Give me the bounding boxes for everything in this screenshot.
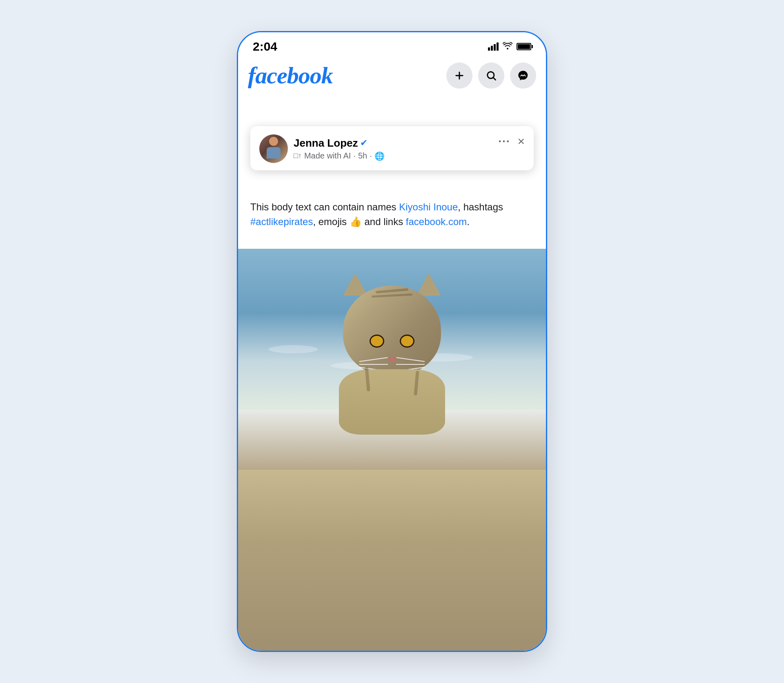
battery-icon — [517, 43, 531, 50]
post-actions: ··· × — [498, 134, 525, 148]
status-icons — [488, 42, 531, 51]
wifi-icon — [503, 42, 512, 51]
tagged-name-link[interactable]: Kiyoshi Inoue — [399, 201, 458, 212]
post-author-section: Jenna Lopez ✔ □↑ Made with AI · 5h · 🌐 — [259, 134, 385, 163]
ai-label: Made with AI — [304, 151, 351, 161]
post-text-middle2: , emojis 👍 and links — [313, 216, 405, 227]
more-options-button[interactable]: ··· — [498, 135, 510, 148]
author-name-row: Jenna Lopez ✔ — [294, 137, 385, 150]
cat-eye-left — [370, 335, 384, 348]
status-time: 2:04 — [253, 40, 277, 54]
phone-frame: 2:04 f — [237, 31, 547, 652]
audience-icon: 🌐 — [374, 151, 385, 161]
messenger-button[interactable] — [510, 62, 536, 89]
signal-bar-4 — [497, 42, 499, 51]
cat-body — [339, 369, 445, 435]
meta-separator-1: · — [353, 151, 356, 161]
post-header: Jenna Lopez ✔ □↑ Made with AI · 5h · 🌐 ·… — [259, 134, 525, 163]
ai-label-icon: □↑ — [294, 152, 302, 160]
post-meta: □↑ Made with AI · 5h · 🌐 — [294, 151, 385, 161]
post-time: 5h — [358, 151, 367, 161]
author-avatar[interactable] — [259, 134, 288, 163]
meta-separator-2: · — [370, 151, 372, 161]
post-overlay-card: Jenna Lopez ✔ □↑ Made with AI · 5h · 🌐 ·… — [250, 126, 534, 170]
avatar-head — [269, 137, 278, 146]
verified-badge: ✔ — [360, 138, 368, 148]
cat-head — [343, 286, 441, 375]
cat-eye-right — [400, 335, 414, 348]
avatar-body — [267, 147, 281, 158]
header-icons — [446, 62, 536, 89]
post-text-prefix: This body text can contain names — [250, 201, 399, 212]
close-button[interactable]: × — [517, 134, 525, 148]
cat-drawing — [327, 269, 457, 424]
whisker-left-1 — [359, 357, 388, 362]
wave-1 — [269, 345, 318, 353]
status-bar: 2:04 — [238, 32, 546, 58]
author-name[interactable]: Jenna Lopez — [294, 137, 358, 150]
whisker-right-2 — [396, 364, 425, 365]
cat-ear-left — [343, 273, 368, 296]
website-link[interactable]: facebook.com — [406, 216, 467, 227]
facebook-header: facebook — [238, 58, 546, 96]
cat-image — [238, 249, 546, 651]
whisker-right-1 — [396, 357, 425, 362]
signal-bar-2 — [491, 46, 493, 51]
signal-icon — [488, 42, 499, 51]
cat-nose — [388, 357, 396, 362]
post-text-suffix: . — [467, 216, 470, 227]
signal-bar-1 — [488, 47, 490, 51]
signal-bar-3 — [494, 44, 496, 51]
author-info: Jenna Lopez ✔ □↑ Made with AI · 5h · 🌐 — [294, 137, 385, 161]
facebook-logo: facebook — [248, 62, 333, 89]
post-text-middle: , hashtags — [458, 201, 503, 212]
post-body: This body text can contain names Kiyoshi… — [250, 200, 534, 229]
search-button[interactable] — [478, 62, 504, 89]
post-content-area: This body text can contain names Kiyoshi… — [238, 192, 546, 237]
cat-stripe-mid — [372, 293, 412, 297]
battery-fill — [518, 44, 530, 49]
cat-ear-right — [416, 273, 441, 296]
cat-stripe-top — [376, 288, 408, 294]
cat-image-section — [238, 249, 546, 651]
cat-body-stripe-1 — [365, 367, 370, 391]
cat-body-stripe-2 — [414, 371, 419, 395]
svg-line-3 — [493, 78, 495, 80]
hashtag-link[interactable]: #actlikepirates — [250, 216, 313, 227]
sandy-ground — [238, 470, 546, 651]
add-button[interactable] — [446, 62, 472, 89]
whisker-left-2 — [359, 364, 388, 365]
